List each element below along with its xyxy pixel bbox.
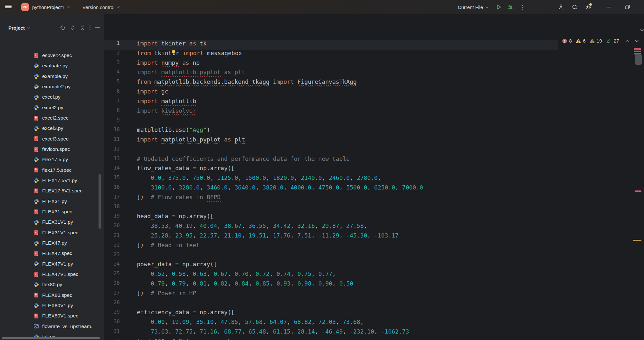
weak-warnings-indicator[interactable]: 19 xyxy=(589,38,602,44)
code-line-text[interactable]: import gc xyxy=(120,88,168,98)
code-line-text[interactable]: 25.28, 23.95, 22.57, 21.10, 19.51, 17.76… xyxy=(120,232,399,242)
hide-panel-icon[interactable] xyxy=(95,27,100,28)
tab-close-icon[interactable]: × xyxy=(450,22,453,28)
code-line-text[interactable]: head_data = np.array([ xyxy=(120,213,213,222)
tree-item-excel-py[interactable]: excel.py xyxy=(0,92,104,102)
tree-item-flex47-spec[interactable]: FLEX47.spec xyxy=(0,248,104,258)
tree-item-flex47-py[interactable]: FLEX47.py xyxy=(0,238,104,248)
tab-env[interactable]: env xyxy=(360,19,397,32)
tab-prosper1-py[interactable]: prosper1.py xyxy=(156,19,210,32)
tree-vertical-scrollbar[interactable] xyxy=(99,174,101,229)
tree-item-flex17-5v1-py[interactable]: FLEX17.5V1.py xyxy=(0,175,104,186)
warning-stripe-mark[interactable] xyxy=(633,240,641,241)
line-number[interactable]: 24 xyxy=(104,261,120,270)
code-line-text[interactable]: import matplotlib xyxy=(120,98,196,107)
error-stripe-mark[interactable] xyxy=(634,51,641,52)
tab-kf300l-py[interactable]: KF300L.py xyxy=(501,19,553,32)
line-number[interactable]: 25 xyxy=(104,270,120,280)
code-line-text[interactable]: efficiency_data = np.array([ xyxy=(120,309,234,318)
code-line-text[interactable]: from matplotlib.backends.backend_tkagg i… xyxy=(120,78,357,88)
line-number[interactable]: 19 xyxy=(104,213,120,222)
tree-item-flex80-py[interactable]: flex80.py xyxy=(0,279,104,290)
select-opened-file-icon[interactable] xyxy=(60,25,66,31)
code-line-text[interactable]: ]) # Flow rates in BFPD xyxy=(120,194,221,203)
tab-p60-py[interactable]: P60.py xyxy=(553,19,597,32)
tab-hlic-py[interactable]: hlic.py xyxy=(318,19,361,32)
line-number[interactable]: 17 xyxy=(104,194,120,203)
code-line-text[interactable]: flow_rates_data = np.array([ xyxy=(120,165,234,174)
next-problem-icon[interactable] xyxy=(635,40,639,42)
tree-item-excel3-py[interactable]: excel3.py xyxy=(0,123,104,133)
line-number[interactable]: 5 xyxy=(104,78,120,88)
errors-indicator[interactable]: 8 xyxy=(562,38,572,44)
project-switcher[interactable]: pythonProject1 xyxy=(32,5,70,10)
typos-indicator[interactable]: 27 xyxy=(606,38,619,44)
tree-item-flex80v1-spec[interactable]: FLEX80V1.spec xyxy=(0,311,104,321)
tree-item-example2-py[interactable]: example2.py xyxy=(0,82,104,92)
error-stripe-mark[interactable] xyxy=(634,48,641,50)
line-number[interactable]: 14 xyxy=(104,165,120,174)
tree-item-flex31v1-spec[interactable]: FLEX31V1.spec xyxy=(0,228,104,238)
tree-item-flex31-spec[interactable]: FLEX31.spec xyxy=(0,207,104,217)
tree-item-flex47v1-py[interactable]: FLEX47V1.py xyxy=(0,259,104,269)
tree-item-excel2-spec[interactable]: excel2.spec xyxy=(0,113,104,123)
code-line-text[interactable] xyxy=(120,299,137,309)
tree-item-flex17-5-py[interactable]: Flex17.5.py xyxy=(0,154,104,165)
code-line-text[interactable]: 0.52, 0.58, 0.63, 0.67, 0.70, 0.72, 0.74… xyxy=(120,270,336,280)
line-number[interactable]: 23 xyxy=(104,251,120,261)
code-line-text[interactable]: 0.0, 375.0, 750.0, 1125.0, 1500.0, 1820.… xyxy=(120,174,381,184)
line-number[interactable]: 13 xyxy=(104,155,120,165)
tree-item-flex17-5v1-spec[interactable]: FLEX17.5V1.spec xyxy=(0,186,104,196)
line-number[interactable]: 2 xyxy=(104,50,120,59)
tab-list-chevron-icon[interactable] xyxy=(633,29,644,32)
tree-item-flex80-spec[interactable]: FLEX80.spec xyxy=(0,290,104,300)
settings-gear-icon[interactable] xyxy=(583,2,593,12)
tree-item-espver2-spec[interactable]: espver2.spec xyxy=(0,50,104,61)
line-number[interactable]: 15 xyxy=(104,174,120,184)
tree-item-flex47v1-spec[interactable]: FLEX47V1.spec xyxy=(0,269,104,279)
code-line-text[interactable]: # Updated coefficients and performance d… xyxy=(120,155,350,165)
code-line-text[interactable]: import matplotlib.pyplot as plt xyxy=(120,136,245,146)
code-line-text[interactable]: 0.78, 0.79, 0.81, 0.82, 0.84, 0.85, 0.93… xyxy=(120,280,353,290)
code-line-text[interactable]: 0.00, 19.09, 35.10, 47.85, 57.68, 64.07,… xyxy=(120,318,364,328)
tab--env[interactable]: .env xyxy=(463,19,501,32)
panel-options-icon[interactable] xyxy=(90,25,90,30)
line-number[interactable]: 7 xyxy=(104,98,120,107)
code-line-text[interactable]: import tkinter as tk xyxy=(120,40,207,50)
line-number[interactable]: 8 xyxy=(104,107,120,117)
version-control-menu[interactable]: Version control xyxy=(82,5,120,10)
code-line-text[interactable]: import kiwisolver xyxy=(120,107,196,117)
previous-problem-icon[interactable] xyxy=(625,40,630,42)
main-menu-icon[interactable] xyxy=(5,5,12,9)
code-line-text[interactable]: power_data = np.array([ xyxy=(120,261,217,270)
line-number[interactable]: 18 xyxy=(104,203,120,213)
window-minimize-button[interactable] xyxy=(604,2,614,12)
line-number[interactable]: 16 xyxy=(104,184,120,194)
tree-horizontal-scrollbar[interactable] xyxy=(2,337,100,339)
code-line-text[interactable] xyxy=(120,251,137,261)
run-configuration-selector[interactable]: Current File xyxy=(458,5,489,10)
code-line-text[interactable]: import numpy as np xyxy=(120,59,200,69)
line-number[interactable]: 32 xyxy=(104,338,120,340)
line-number[interactable]: 11 xyxy=(104,136,120,146)
code-line-text[interactable] xyxy=(120,146,137,155)
line-number[interactable]: 10 xyxy=(104,126,120,136)
intention-bulb-icon[interactable] xyxy=(172,50,175,57)
tree-item-favicon-spec[interactable]: favicon.spec xyxy=(0,144,104,154)
project-view-selector[interactable]: Project xyxy=(8,25,31,31)
tree-item-excel3-spec[interactable]: excel3.spec xyxy=(0,134,104,144)
line-number[interactable]: 9 xyxy=(104,117,120,126)
code-line-text[interactable]: 38.53, 40.19, 40.04, 38.67, 36.55, 34.42… xyxy=(120,222,367,232)
collapse-all-icon[interactable] xyxy=(80,25,85,31)
warnings-indicator[interactable]: 6 xyxy=(575,38,586,44)
line-number[interactable]: 1 xyxy=(104,40,120,50)
window-restore-button[interactable] xyxy=(623,2,632,12)
project-badge[interactable]: PP xyxy=(21,3,29,11)
tab-flex31v1-py[interactable]: FLEX31V1.py× xyxy=(397,19,463,32)
line-number[interactable]: 20 xyxy=(104,222,120,232)
tab-prosper2-py[interactable]: prosper2.py xyxy=(210,19,264,32)
code-line-text[interactable]: ]) # Power in HP xyxy=(120,290,196,299)
code-line-text[interactable]: 3100.0, 3280.0, 3460.0, 3640.0, 3820.0, … xyxy=(120,184,423,194)
error-stripe-mark[interactable] xyxy=(635,190,641,192)
line-number[interactable]: 12 xyxy=(104,146,120,155)
